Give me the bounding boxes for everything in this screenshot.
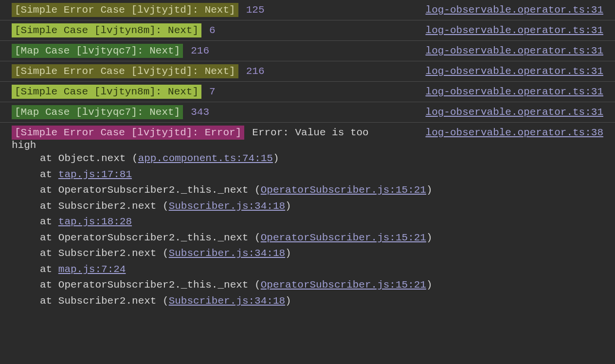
stack-link[interactable]: Subscriber.js:34:18 <box>169 295 285 307</box>
source-link[interactable]: log-observable.operator.ts:38 <box>426 127 603 138</box>
stack-link[interactable]: map.js:7:24 <box>58 264 126 275</box>
console-log-row: [Map Case [lvjtyqc7]: Next] 216 log-obse… <box>0 41 615 61</box>
console-error-row: [Simple Error Case [lvjtyjtd]: Error] Er… <box>0 123 615 312</box>
console-log-row: [Simple Error Case [lvjtyjtd]: Next] 125… <box>0 0 615 20</box>
source-link[interactable]: log-observable.operator.ts:31 <box>426 86 603 97</box>
source-link[interactable]: log-observable.operator.ts:31 <box>426 25 603 36</box>
log-value: 216 <box>246 66 265 77</box>
stack-link[interactable]: OperatorSubscriber.js:15:21 <box>261 184 426 196</box>
log-value: 6 <box>209 25 216 36</box>
stack-link[interactable]: OperatorSubscriber.js:15:21 <box>261 232 426 243</box>
stack-link[interactable]: tap.js:18:28 <box>58 216 132 227</box>
log-value: 125 <box>246 4 265 16</box>
stack-frame: at OperatorSubscriber2._this._next (Oper… <box>40 277 603 293</box>
console-log-row: [Simple Case [lvjtyn8m]: Next] 6 log-obs… <box>0 20 615 41</box>
log-badge: [Simple Case [lvjtyn8m]: Next] <box>12 85 201 99</box>
error-message-cont: high <box>12 140 603 151</box>
stack-link[interactable]: OperatorSubscriber.js:15:21 <box>261 279 426 291</box>
log-badge: [Map Case [lvjtyqc7]: Next] <box>12 105 183 119</box>
stack-link[interactable]: tap.js:17:81 <box>58 169 132 180</box>
stack-trace: at Object.next (app.component.ts:74:15) … <box>12 151 603 309</box>
source-link[interactable]: log-observable.operator.ts:31 <box>426 107 603 118</box>
stack-frame: at tap.js:18:28 <box>40 214 603 230</box>
source-link[interactable]: log-observable.operator.ts:31 <box>426 66 603 77</box>
log-badge: [Map Case [lvjtyqc7]: Next] <box>12 44 183 58</box>
stack-link[interactable]: app.component.ts:74:15 <box>138 153 273 164</box>
stack-frame: at tap.js:17:81 <box>40 167 603 183</box>
stack-frame: at Object.next (app.component.ts:74:15) <box>40 151 603 167</box>
console-log-row: [Simple Error Case [lvjtyjtd]: Next] 216… <box>0 61 615 82</box>
stack-link[interactable]: Subscriber.js:34:18 <box>169 200 285 212</box>
error-badge: [Simple Error Case [lvjtyjtd]: Error] <box>12 126 244 140</box>
log-badge: [Simple Case [lvjtyn8m]: Next] <box>12 23 201 37</box>
log-badge: [Simple Error Case [lvjtyjtd]: Next] <box>12 64 238 78</box>
stack-frame: at Subscriber2.next (Subscriber.js:34:18… <box>40 199 603 215</box>
stack-link[interactable]: Subscriber.js:34:18 <box>169 248 285 259</box>
log-badge: [Simple Error Case [lvjtyjtd]: Next] <box>12 3 238 17</box>
source-link[interactable]: log-observable.operator.ts:31 <box>426 45 603 56</box>
stack-frame: at OperatorSubscriber2._this._next (Oper… <box>40 230 603 246</box>
log-value: 216 <box>191 45 209 56</box>
source-link[interactable]: log-observable.operator.ts:31 <box>426 4 603 16</box>
stack-frame: at Subscriber2.next (Subscriber.js:34:18… <box>40 246 603 262</box>
log-value: 343 <box>191 107 209 118</box>
log-value: 7 <box>209 86 216 97</box>
console-log-row: [Map Case [lvjtyqc7]: Next] 343 log-obse… <box>0 102 615 123</box>
console-log-row: [Simple Case [lvjtyn8m]: Next] 7 log-obs… <box>0 82 615 102</box>
stack-frame: at Subscriber2.next (Subscriber.js:34:18… <box>40 293 603 309</box>
error-message: Error: Value is too <box>252 127 368 138</box>
stack-frame: at OperatorSubscriber2._this._next (Oper… <box>40 182 603 199</box>
stack-frame: at map.js:7:24 <box>40 262 603 278</box>
